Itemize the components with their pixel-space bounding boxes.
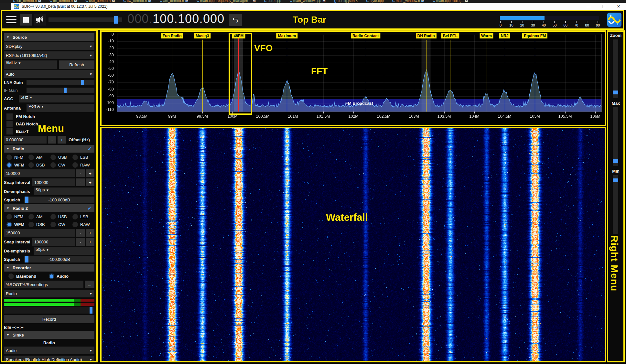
mode-usb[interactable]: USB bbox=[50, 214, 72, 219]
lna-gain-handle[interactable] bbox=[81, 80, 84, 85]
station-label[interactable]: DH Radio bbox=[416, 33, 437, 38]
fm-notch-checkbox[interactable] bbox=[6, 113, 13, 120]
section-header-sinks[interactable]: ▼ Sinks bbox=[4, 331, 94, 339]
mode-wfm[interactable]: WFM bbox=[6, 162, 28, 168]
bandwidth-decrement-button[interactable]: - bbox=[76, 169, 85, 177]
refresh-button[interactable]: Refresh bbox=[59, 60, 94, 69]
recorder-mode-baseband[interactable]: Baseband bbox=[8, 273, 49, 279]
mode-am[interactable]: AM bbox=[28, 155, 50, 160]
snap-increment-button[interactable]: + bbox=[86, 238, 94, 246]
mode-dsb[interactable]: DSB bbox=[28, 162, 50, 168]
mode-usb[interactable]: USB bbox=[50, 155, 72, 160]
mode-nfm[interactable]: NFM bbox=[6, 214, 28, 219]
max-slider-handle[interactable] bbox=[613, 159, 618, 163]
snap-value: 100000 bbox=[34, 180, 48, 185]
mode-am[interactable]: AM bbox=[28, 214, 50, 219]
offset-decrement-button[interactable]: - bbox=[48, 136, 56, 144]
bandwidth-increment-button[interactable]: + bbox=[86, 169, 94, 177]
section-header-source[interactable]: ▼ Source bbox=[4, 33, 94, 41]
vfo-swap-button[interactable]: ⇆ bbox=[229, 14, 242, 26]
mode-lsb[interactable]: LSB bbox=[72, 155, 94, 160]
station-label[interactable]: Maximum bbox=[276, 33, 297, 38]
zoom-slider-handle[interactable] bbox=[613, 91, 618, 94]
menu-toggle-button[interactable] bbox=[5, 13, 17, 26]
squelch-slider[interactable]: -100.000dB bbox=[24, 256, 94, 262]
station-label[interactable]: NRJ bbox=[499, 33, 510, 38]
offset-input[interactable]: 0.000000 bbox=[4, 136, 47, 144]
dab-notch-checkbox[interactable] bbox=[6, 121, 13, 127]
sink-type-select[interactable]: Audio ▼ bbox=[4, 347, 94, 354]
bias-t-checkbox[interactable] bbox=[6, 128, 13, 134]
mode-cw[interactable]: CW bbox=[50, 222, 72, 227]
mode-raw[interactable]: RAW bbox=[72, 222, 94, 227]
radio2-bandwidth-input[interactable]: 150000 bbox=[4, 229, 75, 237]
station-label[interactable]: Radio Contact bbox=[351, 33, 380, 38]
bandwidth-decrement-button[interactable]: - bbox=[76, 229, 85, 237]
enabled-check-icon[interactable]: ✓ bbox=[88, 146, 92, 152]
volume-slider-handle[interactable] bbox=[114, 16, 118, 24]
zoom-slider[interactable] bbox=[613, 39, 618, 98]
fft-plot-canvas[interactable] bbox=[102, 32, 605, 125]
enabled-check-icon[interactable]: ✓ bbox=[88, 205, 92, 211]
radio-bandwidth-input[interactable]: 150000 bbox=[4, 169, 75, 177]
lna-gain-slider[interactable] bbox=[27, 80, 94, 85]
section-header-recorder[interactable]: ▼ Recorder bbox=[4, 264, 94, 272]
station-label[interactable]: 48FM bbox=[232, 33, 245, 38]
snap-decrement-button[interactable]: - bbox=[76, 238, 85, 246]
frequency-display[interactable]: 000.100.100.000 bbox=[127, 12, 224, 26]
squelch-handle[interactable] bbox=[25, 256, 28, 262]
min-slider[interactable] bbox=[613, 175, 618, 234]
record-button[interactable]: Record bbox=[4, 315, 94, 323]
mode-raw[interactable]: RAW bbox=[72, 162, 94, 168]
mute-button[interactable] bbox=[34, 14, 46, 26]
station-label[interactable]: Musiq3 bbox=[194, 33, 210, 38]
close-button[interactable]: × bbox=[611, 3, 626, 10]
offset-increment-button[interactable]: + bbox=[58, 136, 66, 144]
agc-select[interactable]: 5Hz ▼ bbox=[19, 95, 94, 102]
sink-device-select[interactable]: Speakers (Realtek High Definition Audio)… bbox=[4, 356, 94, 361]
deemphasis-select[interactable]: 50µs ▼ bbox=[34, 187, 94, 195]
window-titlebar[interactable]: + + SDR++ v0.3.0_beta (Built at 00:12:37… bbox=[11, 3, 626, 10]
volume-slider[interactable] bbox=[49, 17, 122, 22]
max-slider[interactable] bbox=[613, 107, 618, 166]
source-device-select[interactable]: RSPdx (191106DA42) ▼ bbox=[4, 51, 94, 59]
section-header-radio2[interactable]: ▼ Radio 2 ✓ bbox=[4, 204, 94, 212]
maximize-button[interactable] bbox=[596, 3, 611, 10]
source-driver-select[interactable]: SDRplay ▼ bbox=[4, 42, 94, 50]
recorder-volume-handle[interactable] bbox=[90, 307, 92, 314]
mode-dsb[interactable]: DSB bbox=[28, 222, 50, 227]
minimize-button[interactable]: — bbox=[581, 3, 596, 10]
bandwidth-increment-button[interactable]: + bbox=[86, 229, 94, 237]
browse-button[interactable]: ... bbox=[85, 281, 94, 288]
station-label[interactable]: Equinox FM bbox=[522, 33, 547, 38]
section-header-radio[interactable]: ▼ Radio ✓ bbox=[4, 145, 94, 153]
mode-nfm[interactable]: NFM bbox=[6, 155, 28, 160]
if-gain-slider[interactable] bbox=[27, 88, 94, 93]
snap-input[interactable]: 100000 bbox=[32, 238, 75, 246]
mode-wfm[interactable]: WFM bbox=[6, 222, 28, 227]
mode-cw[interactable]: CW bbox=[50, 162, 72, 168]
recorder-mode-audio[interactable]: Audio bbox=[49, 273, 89, 279]
snap-input[interactable]: 100000 bbox=[32, 178, 75, 186]
deemphasis-select[interactable]: 50µs ▼ bbox=[34, 247, 94, 255]
recorder-volume-slider[interactable] bbox=[4, 307, 94, 314]
recording-path-input[interactable]: %ROOT%/Recordings bbox=[4, 281, 83, 288]
squelch-slider[interactable]: -100.000dB bbox=[24, 197, 94, 203]
sdrpp-logo-button[interactable]: + + bbox=[607, 13, 621, 27]
waterfall-canvas[interactable] bbox=[102, 128, 605, 362]
snap-decrement-button[interactable]: - bbox=[76, 178, 85, 186]
min-slider-handle[interactable] bbox=[613, 178, 618, 182]
bandwidth-select[interactable]: 8MHz ▼ bbox=[4, 60, 57, 69]
recorder-stream-select[interactable]: Radio ▼ bbox=[4, 290, 94, 297]
station-label[interactable]: Warm bbox=[480, 33, 493, 38]
mode-lsb[interactable]: LSB bbox=[72, 214, 94, 219]
station-label[interactable]: Bel RTL bbox=[441, 33, 459, 38]
if-gain-handle[interactable] bbox=[64, 88, 67, 93]
swap-arrows-icon: ⇆ bbox=[232, 16, 238, 24]
station-label[interactable]: Fun Radio bbox=[161, 33, 183, 38]
antenna-select[interactable]: Port A ▼ bbox=[27, 104, 94, 112]
ifmode-select[interactable]: Auto ▼ bbox=[4, 70, 94, 78]
squelch-handle[interactable] bbox=[25, 197, 28, 203]
snap-increment-button[interactable]: + bbox=[86, 178, 94, 186]
stop-button[interactable] bbox=[20, 14, 32, 26]
